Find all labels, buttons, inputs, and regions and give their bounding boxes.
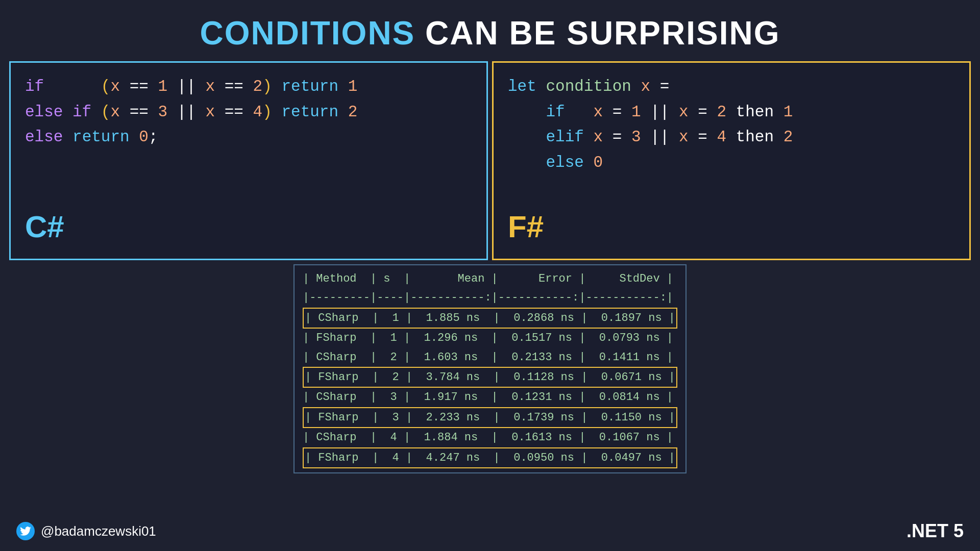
fsharp-lang-label: F#	[508, 203, 544, 251]
code-panels: if (x == 1 || x == 2) return 1 else if (…	[9, 61, 971, 260]
benchmark-table: | Method | s | Mean | Error | StdDev | |…	[293, 264, 687, 473]
csharp-line-3: else return 0;	[25, 124, 472, 150]
bench-row-7: | FSharp | 4 | 4.247 ns | 0.0950 ns | 0.…	[303, 447, 677, 468]
page-title: CONDITIONS CAN BE SURPRISING	[0, 0, 980, 61]
benchmark-section: | Method | s | Mean | Error | StdDev | |…	[0, 264, 980, 473]
csharp-panel: if (x == 1 || x == 2) return 1 else if (…	[9, 61, 488, 260]
bench-separator: |---------|----|-----------:|-----------…	[303, 288, 677, 307]
footer: @badamczewski01 .NET 5	[0, 520, 980, 542]
twitter-handle-text: @badamczewski01	[41, 523, 156, 539]
fsharp-line-4: else 0	[508, 150, 955, 176]
csharp-lang-label: C#	[25, 203, 64, 251]
bench-row-1: | FSharp | 1 | 1.296 ns | 0.1517 ns | 0.…	[303, 329, 677, 347]
title-conditions: CONDITIONS	[200, 15, 415, 52]
csharp-line-1: if (x == 1 || x == 2) return 1	[25, 74, 472, 99]
fsharp-panel: let condition x = if x = 1 || x = 2 then…	[492, 61, 971, 260]
twitter-icon	[16, 522, 35, 540]
bench-row-0: | CSharp | 1 | 1.885 ns | 0.2868 ns | 0.…	[303, 308, 677, 329]
net-label: .NET 5	[906, 520, 964, 542]
bench-row-5: | FSharp | 3 | 2.233 ns | 0.1739 ns | 0.…	[303, 407, 677, 428]
csharp-code: if (x == 1 || x == 2) return 1 else if (…	[25, 74, 472, 150]
bench-header: | Method | s | Mean | Error | StdDev |	[303, 269, 677, 288]
title-rest: CAN BE SURPRISING	[415, 15, 780, 52]
fsharp-line-3: elif x = 3 || x = 4 then 2	[508, 124, 955, 150]
bench-row-4: | CSharp | 3 | 1.917 ns | 0.1231 ns | 0.…	[303, 388, 677, 407]
bench-row-2: | CSharp | 2 | 1.603 ns | 0.2133 ns | 0.…	[303, 348, 677, 367]
bench-row-6: | CSharp | 4 | 1.884 ns | 0.1613 ns | 0.…	[303, 428, 677, 447]
fsharp-line-1: let condition x =	[508, 74, 955, 99]
fsharp-line-2: if x = 1 || x = 2 then 1	[508, 99, 955, 125]
bench-row-3: | FSharp | 2 | 3.784 ns | 0.1128 ns | 0.…	[303, 367, 677, 388]
csharp-line-2: else if (x == 3 || x == 4) return 2	[25, 99, 472, 125]
fsharp-code: let condition x = if x = 1 || x = 2 then…	[508, 74, 955, 175]
twitter-section: @badamczewski01	[16, 522, 156, 540]
